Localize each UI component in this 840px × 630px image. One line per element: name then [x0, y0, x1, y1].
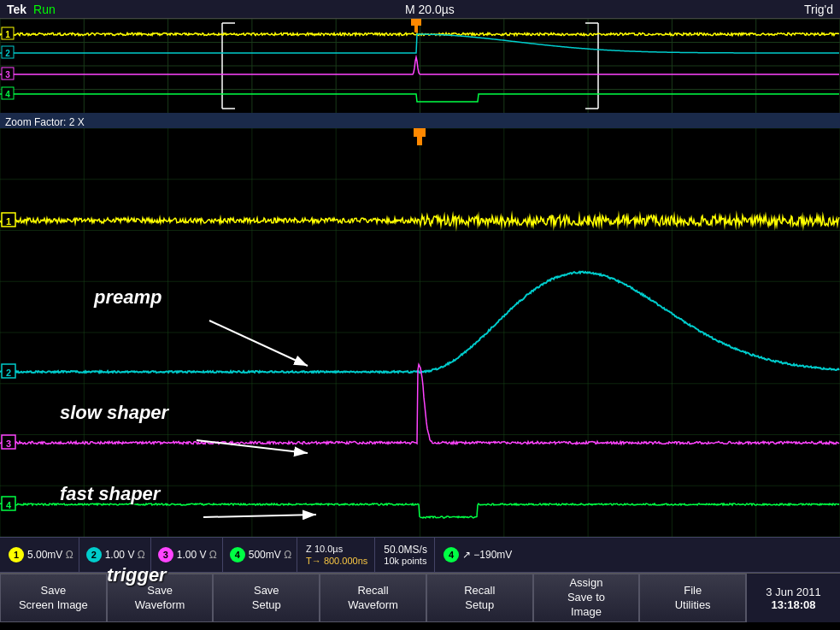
datetime-display: 3 Jun 2011 13:18:08 [746, 574, 840, 622]
zoom-offset: T→ 800.000ns [306, 556, 367, 566]
ch4-extra-status: 4 ↗ −190mV [437, 547, 519, 562]
overview-waveform [0, 19, 840, 113]
recall-setup-button[interactable]: RecallSetup [426, 574, 533, 622]
save-setup-button[interactable]: SaveSetup [213, 574, 320, 622]
main-scope: preamp slow shaper fast shaper trigger [0, 128, 840, 537]
trig-status: Trig'd [804, 3, 833, 16]
ch4-extra-badge: 4 [443, 547, 459, 562]
save-waveform-button[interactable]: SaveWaveform [107, 574, 214, 622]
ch3-status: 3 1.00 V Ω [153, 538, 223, 572]
zoom-bar: Zoom Factor: 2 X [0, 113, 840, 128]
ch4-value: 500mV Ω [249, 549, 291, 561]
ch3-value: 1.00 V Ω [177, 549, 217, 561]
run-status: Run [33, 3, 56, 16]
time-display: 13:18:08 [772, 598, 816, 611]
zoom-label: Zoom Factor: 2 X [5, 116, 85, 128]
brand-label: Tek [7, 3, 26, 16]
button-bar: SaveScreen Image SaveWaveform SaveSetup … [0, 573, 840, 622]
ch1-status: 1 5.00mV Ω [3, 538, 79, 572]
ch4-extra-value: ↗ −190mV [462, 549, 512, 561]
zoom-time: Z 10.0µs [306, 544, 343, 554]
save-screen-button[interactable]: SaveScreen Image [0, 574, 107, 622]
sample-rate: 50.0MS/s [384, 544, 427, 556]
sample-rate-status: 50.0MS/s 10k points [377, 538, 435, 572]
ch4-status: 4 500mV Ω [225, 538, 297, 572]
date-display: 3 Jun 2011 [766, 586, 820, 598]
recall-waveform-button[interactable]: RecallWaveform [320, 574, 426, 622]
ch2-value: 1.00 V Ω [105, 549, 145, 561]
ch1-badge: 1 [9, 547, 24, 562]
file-utilities-button[interactable]: FileUtilities [639, 574, 746, 622]
timebase-display: M 20.0µs [405, 3, 455, 16]
ch1-value: 5.00mV Ω [27, 549, 73, 561]
ch2-status: 2 1.00 V Ω [81, 538, 151, 572]
sample-points: 10k points [384, 556, 426, 566]
zoom-status: Z 10.0µs T→ 800.000ns [299, 538, 375, 572]
ch3-badge: 3 [158, 547, 173, 562]
ch2-badge: 2 [86, 547, 102, 562]
assign-save-button[interactable]: AssignSave toImage [533, 574, 640, 622]
status-bar: 1 5.00mV Ω 2 1.00 V Ω 3 1.00 V Ω 4 500mV [0, 537, 840, 573]
top-bar: Tek Run M 20.0µs Trig'd [0, 0, 840, 19]
ch4-badge: 4 [230, 547, 245, 562]
